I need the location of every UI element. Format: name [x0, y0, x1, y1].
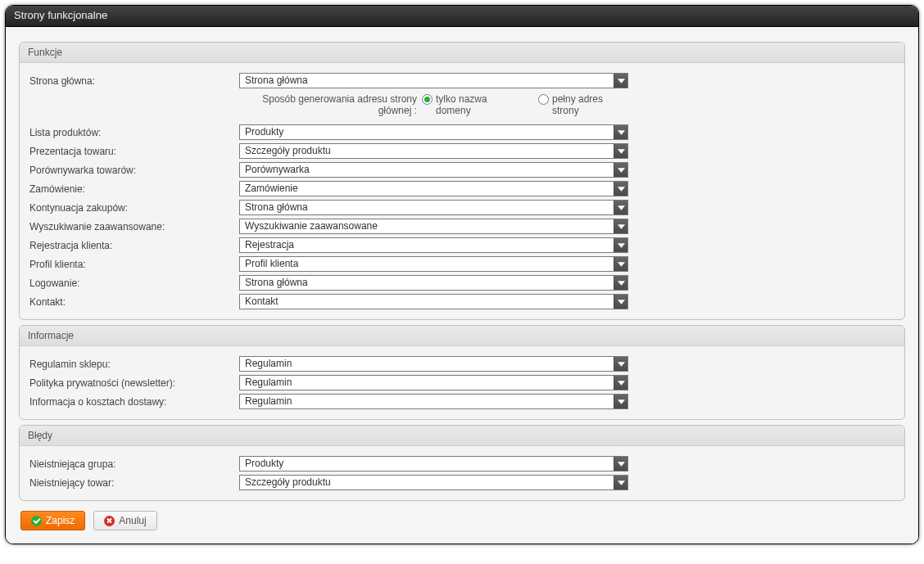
save-button[interactable]: Zapisz	[20, 511, 85, 530]
select-profil-klienta[interactable]: Profil klienta	[239, 256, 628, 272]
action-bar: Zapisz Anuluj	[19, 506, 905, 532]
select-regulamin-sklepu[interactable]: Regulamin	[239, 356, 628, 372]
radio-only-domain[interactable]: tylko nazwa domeny	[422, 93, 512, 116]
save-button-label: Zapisz	[46, 515, 75, 526]
select-nieistniej-cy-towar[interactable]: Szczegóły produktu	[239, 475, 628, 490]
chevron-down-icon	[614, 144, 627, 158]
cancel-button-label: Anuluj	[119, 515, 146, 526]
chevron-down-icon	[614, 276, 627, 290]
select-kontynuacja-zakup-w[interactable]: Strona główna	[239, 200, 628, 215]
radio-label-text: tylko nazwa domeny	[436, 93, 512, 116]
radio-indicator-icon	[422, 94, 433, 105]
select-logowanie[interactable]: Strona główna	[239, 275, 628, 291]
label-kontynuacja-zakup-w: Kontynuacja zakupów:	[26, 202, 239, 214]
chevron-down-icon	[614, 163, 627, 177]
select-kontakt[interactable]: Kontakt	[239, 294, 628, 309]
select-value: Profil klienta	[240, 257, 614, 271]
label-address-mode: Sposób generowania adresu strony głównej…	[239, 93, 422, 116]
select-value: Produkty	[240, 125, 614, 139]
select-por-wnywarka-towar-w[interactable]: Porównywarka	[239, 162, 628, 178]
chevron-down-icon	[614, 476, 627, 490]
label-informacja-o-kosztach-dostawy: Informacja o kosztach dostawy:	[26, 396, 239, 408]
panel-bledy: Błędy Nieistniejąca grupa:ProduktyNieist…	[19, 425, 905, 501]
label-polityka-prywatno-ci-newsletter: Polityka prywatności (newsletter):	[26, 377, 239, 389]
select-zam-wienie[interactable]: Zamówienie	[239, 181, 628, 196]
select-value: Porównywarka	[240, 163, 614, 177]
panel-header-funkcje: Funkcje	[20, 43, 904, 63]
label-zam-wienie: Zamówienie:	[26, 183, 239, 195]
chevron-down-icon	[614, 182, 627, 196]
window-title: Strony funkcjonalne	[6, 6, 918, 27]
select-value: Regulamin	[240, 357, 614, 371]
dialog-window: Strony funkcjonalne Funkcje Strona główn…	[5, 5, 919, 544]
chevron-down-icon	[614, 257, 627, 271]
cancel-button[interactable]: Anuluj	[93, 511, 156, 530]
label-nieistniej-cy-towar: Nieistniejący towar:	[26, 477, 239, 489]
chevron-down-icon	[614, 125, 627, 139]
label-por-wnywarka-towar-w: Porównywarka towarów:	[26, 165, 239, 176]
select-prezentacja-towaru[interactable]: Szczegóły produktu	[239, 143, 628, 159]
select-value: Strona główna	[240, 276, 614, 290]
label-regulamin-sklepu: Regulamin sklepu:	[26, 359, 239, 370]
select-value: Produkty	[240, 457, 614, 471]
label-lista-produkt-w: Lista produktów:	[26, 127, 239, 138]
select-lista-produkt-w[interactable]: Produkty	[239, 124, 628, 140]
chevron-down-icon	[614, 219, 627, 233]
select-polityka-prywatno-ci-newsletter[interactable]: Regulamin	[239, 375, 628, 390]
chevron-down-icon	[614, 395, 627, 408]
select-rejestracja-klienta[interactable]: Rejestracja	[239, 237, 628, 253]
select-value: Regulamin	[240, 395, 614, 408]
select-value: Zamówienie	[240, 182, 614, 196]
panel-header-bledy: Błędy	[20, 426, 904, 446]
select-wyszukiwanie-zaawansowane[interactable]: Wyszukiwanie zaawansowane	[239, 219, 628, 234]
panel-funkcje: Funkcje Strona główna: Strona główna	[19, 42, 905, 320]
window-body: Funkcje Strona główna: Strona główna	[6, 27, 918, 544]
select-value: Wyszukiwanie zaawansowane	[240, 219, 614, 233]
label-wyszukiwanie-zaawansowane: Wyszukiwanie zaawansowane:	[26, 221, 239, 232]
label-profil-klienta: Profil klienta:	[26, 259, 239, 270]
chevron-down-icon	[614, 201, 627, 214]
panel-informacje: Informacje Regulamin sklepu:RegulaminPol…	[19, 325, 905, 420]
label-strona-glowna: Strona główna:	[26, 75, 239, 87]
radio-indicator-icon	[538, 94, 549, 105]
label-rejestracja-klienta: Rejestracja klienta:	[26, 240, 239, 251]
chevron-down-icon	[614, 357, 627, 371]
label-prezentacja-towaru: Prezentacja towaru:	[26, 146, 239, 157]
chevron-down-icon	[614, 74, 627, 88]
panel-header-informacje: Informacje	[20, 326, 904, 346]
select-value: Szczegóły produktu	[240, 476, 614, 490]
check-icon	[31, 516, 42, 526]
label-logowanie: Logowanie:	[26, 277, 239, 289]
chevron-down-icon	[614, 457, 627, 471]
select-nieistniej-ca-grupa[interactable]: Produkty	[239, 456, 628, 472]
select-strona-glowna[interactable]: Strona główna	[239, 73, 628, 88]
select-value: Strona główna	[240, 74, 614, 88]
select-value: Rejestracja	[240, 238, 614, 252]
close-icon	[104, 516, 115, 526]
label-kontakt: Kontakt:	[26, 296, 239, 308]
select-value: Strona główna	[240, 201, 614, 214]
label-nieistniej-ca-grupa: Nieistniejąca grupa:	[26, 458, 239, 470]
select-value: Regulamin	[240, 376, 614, 390]
radio-label-text: pełny adres strony	[552, 93, 628, 116]
chevron-down-icon	[614, 238, 627, 252]
radio-full-address[interactable]: pełny adres strony	[538, 93, 628, 116]
chevron-down-icon	[614, 295, 627, 309]
select-value: Szczegóły produktu	[240, 144, 614, 158]
select-value: Kontakt	[240, 295, 614, 309]
select-informacja-o-kosztach-dostawy[interactable]: Regulamin	[239, 394, 628, 409]
chevron-down-icon	[614, 376, 627, 390]
